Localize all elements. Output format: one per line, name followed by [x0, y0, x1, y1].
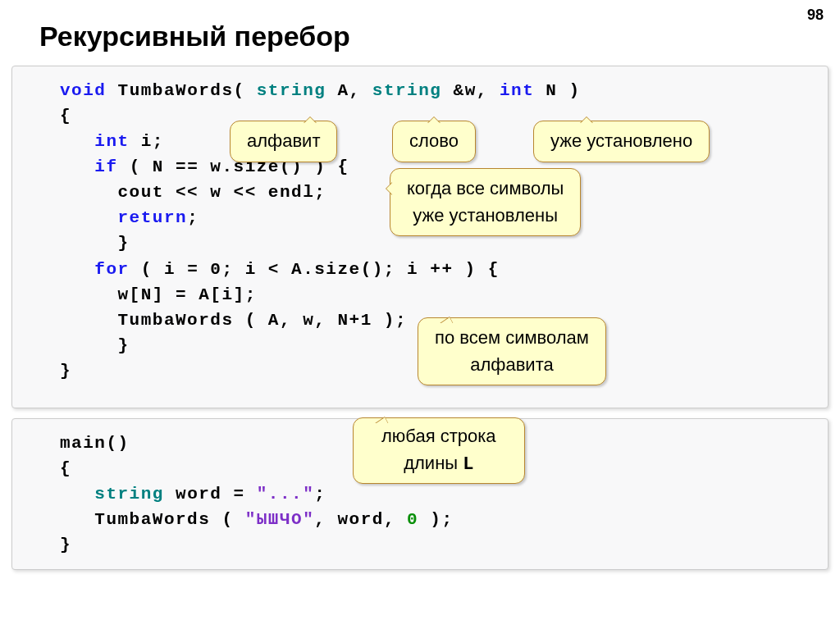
code-line: }: [60, 532, 821, 558]
balloon-line: длины: [404, 453, 463, 473]
code-block-main: main() { string word = "..."; TumbaWords…: [11, 418, 829, 570]
balloon-alphabet: алфавит: [230, 121, 337, 162]
balloon-already-set: уже установлено: [533, 121, 710, 162]
page-number: 98: [807, 7, 824, 24]
balloon-word: слово: [392, 121, 476, 162]
code-line: w[N] = A[i];: [60, 282, 821, 308]
balloon-code-var: L: [463, 454, 473, 475]
code-line: string word = "...";: [60, 481, 821, 507]
balloon-all-symbols: когда все символы уже установлены: [390, 168, 581, 236]
code-line: for ( i = 0; i < A.size(); i ++ ) {: [60, 257, 821, 282]
slide-title: Рекурсивный перебор: [0, 0, 840, 62]
code-line: void TumbaWords( string A, string &w, in…: [60, 78, 821, 103]
balloon-line: алфавита: [470, 354, 553, 375]
balloon-line: когда все символы: [407, 178, 564, 198]
balloon-any-string: любая строка длины L: [353, 417, 525, 484]
balloon-line: любая строка: [381, 426, 496, 446]
balloon-line: по всем символам: [435, 327, 589, 348]
balloon-line: уже установлены: [413, 205, 558, 226]
code-line: TumbaWords ( "ЫШЧО", word, 0 );: [60, 507, 821, 532]
balloon-all-alphabet: по всем символам алфавита: [418, 317, 606, 385]
code-block-function: void TumbaWords( string A, string &w, in…: [11, 66, 829, 408]
